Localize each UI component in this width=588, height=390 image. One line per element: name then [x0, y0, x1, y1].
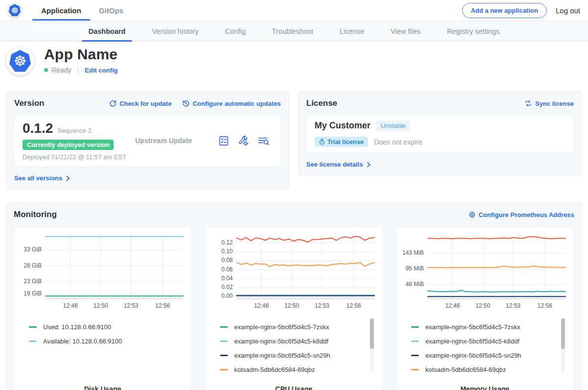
- legend-label: Used: 10.128.0.66:9100: [43, 323, 111, 331]
- legend-item: example-nginx-5bc6f5d4c5-k8ddf: [220, 334, 382, 348]
- tab-view-files[interactable]: View files: [377, 21, 434, 42]
- y-tick-label: 48 MiB: [396, 281, 424, 288]
- x-tick-label: 12:53: [501, 302, 525, 309]
- configure-automatic-updates-link[interactable]: Configure automatic updates: [182, 100, 281, 107]
- tab-version-history[interactable]: Version history: [139, 21, 212, 42]
- legend-swatch: [411, 326, 419, 328]
- tab-config[interactable]: Config: [212, 21, 259, 42]
- legend-label: example-nginx-5bc6f5d4c5-k8ddf: [425, 338, 519, 345]
- memory-usage-plot: 143 MiB95 MiB48 MiB12:4612:5012:5312:56: [396, 233, 573, 315]
- legend-item: example-nginx-5bc6f5d4c5-7zskx: [411, 320, 573, 334]
- legend-item: Available: 10.128.0.66:9100: [29, 334, 191, 348]
- chart-title: Disk Usage: [14, 385, 191, 390]
- active-tab-indicator: [82, 40, 132, 42]
- app-avatar: ☸: [6, 47, 34, 75]
- app-sub-nav: Dashboard Version history Config Trouble…: [0, 21, 588, 41]
- tab-troubleshoot[interactable]: Troubleshoot: [259, 21, 326, 42]
- y-tick-label: 28 GiB: [14, 262, 42, 269]
- legend-swatch: [29, 341, 37, 342]
- kubernetes-logo[interactable]: ☸: [7, 2, 23, 18]
- disk-usage-legend: Used: 10.128.0.66:9100 Available: 10.128…: [14, 320, 191, 348]
- view-diff-icon[interactable]: [257, 135, 270, 146]
- tab-label: Troubleshoot: [272, 27, 313, 35]
- stopwatch-icon: [319, 139, 325, 145]
- see-all-versions-label: See all versions: [14, 174, 62, 182]
- disk-usage-chart-card: 33 GiB28 GiB23 GiB19 GiB12:4612:5012:531…: [14, 226, 192, 390]
- kubernetes-heptagon-icon: ☸: [8, 4, 21, 17]
- legend-label: kotsadm-5db6dc6584-69qbz: [234, 366, 315, 373]
- release-notes-checklist-icon[interactable]: [218, 135, 229, 146]
- configure-automatic-updates-label: Configure automatic updates: [193, 100, 281, 107]
- clock-refresh-icon: [182, 100, 190, 107]
- legend-item: example-nginx-5bc6f5d4c5-sn29h: [220, 348, 382, 363]
- deployed-timestamp: Deployed 01/21/22 @ 11:57 am EST: [23, 153, 133, 161]
- legend-scrollbar[interactable]: [561, 317, 565, 372]
- tab-dashboard[interactable]: Dashboard: [75, 21, 139, 42]
- x-tick-label: 12:53: [119, 302, 143, 309]
- legend-scrollbar[interactable]: [370, 317, 374, 372]
- trial-license-badge: Trial license: [315, 137, 368, 147]
- memory-usage-chart-card: 143 MiB95 MiB48 MiB12:4612:5012:5312:56 …: [396, 226, 574, 390]
- x-tick-label: 12:46: [441, 302, 465, 309]
- check-for-update-link[interactable]: Check for update: [109, 100, 172, 107]
- legend-swatch: [411, 355, 419, 356]
- app-header: ☸ App Name Ready | Edit config: [0, 41, 588, 87]
- active-tab-indicator: [32, 19, 90, 21]
- configure-prometheus-label: Configure Prometheus Address: [479, 211, 574, 219]
- legend-label: example-nginx-5bc6f5d4c5-sn29h: [425, 352, 521, 359]
- x-tick-label: 12:50: [470, 302, 495, 309]
- see-license-details-label: See license details: [306, 161, 363, 168]
- version-number: 0.1.2: [23, 121, 53, 136]
- topnav-item-application[interactable]: Application: [32, 0, 90, 21]
- sync-license-link[interactable]: Sync license: [524, 100, 574, 107]
- legend-swatch: [220, 355, 228, 356]
- version-card-title: Version: [14, 98, 44, 108]
- see-all-versions-link[interactable]: See all versions: [14, 174, 71, 182]
- topnav-item-label: Application: [41, 6, 81, 15]
- preflight-wrench-gear-icon[interactable]: [238, 135, 249, 146]
- tab-license[interactable]: License: [326, 21, 377, 42]
- chevron-right-icon: [366, 162, 371, 168]
- add-application-button[interactable]: Add a new application: [462, 3, 547, 18]
- gear-icon: [468, 211, 476, 219]
- legend-label: Available: 10.128.0.66:9100: [43, 338, 122, 345]
- topnav-right: Add a new application Log out: [462, 3, 580, 18]
- kubernetes-wheel-icon: ☸: [11, 6, 18, 15]
- app-title: App Name: [44, 46, 118, 63]
- x-tick-label: 12:56: [533, 302, 557, 309]
- refresh-icon: [109, 100, 117, 107]
- legend-swatch: [411, 369, 419, 370]
- y-tick-label: 0.04: [205, 275, 233, 282]
- edit-config-link[interactable]: Edit config: [85, 67, 118, 74]
- logout-button[interactable]: Log out: [556, 6, 580, 15]
- see-license-details-link[interactable]: See license details: [306, 161, 371, 168]
- x-tick-label: 12:56: [150, 302, 175, 309]
- legend-scrollbar-thumb[interactable]: [561, 318, 565, 349]
- legend-swatch: [411, 341, 419, 342]
- legend-swatch: [29, 326, 37, 328]
- version-sequence: Sequence 2: [57, 127, 91, 134]
- y-tick-label: 23 GiB: [14, 278, 42, 285]
- cpu-usage-plot: 0.120.100.080.060.040.020.0012:4612:5012…: [205, 233, 382, 315]
- legend-scrollbar-thumb[interactable]: [370, 318, 374, 349]
- legend-label: example-nginx-5bc6f5d4c5-sn29h: [234, 352, 330, 359]
- upstream-update-label: Upstream Update: [133, 137, 218, 145]
- chart-title: Memory Usage: [396, 385, 573, 390]
- kubernetes-heptagon-icon: ☸: [9, 50, 31, 73]
- status-text: Ready: [51, 66, 71, 74]
- deployed-version-badge: Currently deployed version: [23, 140, 114, 150]
- legend-item: kotsadm-5db6dc6584-69qbz: [411, 363, 573, 377]
- top-nav: ☸ Application GitOps Add a new applicati…: [0, 0, 588, 21]
- chart-title: CPU Usage: [205, 385, 382, 390]
- kubernetes-wheel-icon: ☸: [14, 54, 27, 69]
- cpu-usage-legend: example-nginx-5bc6f5d4c5-7zskx example-n…: [205, 320, 382, 377]
- configure-prometheus-link[interactable]: Configure Prometheus Address: [468, 211, 574, 219]
- monitoring-title: Monitoring: [14, 210, 57, 219]
- topnav-item-gitops[interactable]: GitOps: [90, 0, 132, 21]
- sync-license-label: Sync license: [535, 100, 574, 107]
- legend-item: kotsadm-5db6dc6584-69qbz: [220, 363, 382, 377]
- tab-label: Version history: [152, 27, 198, 35]
- tab-label: Registry settings: [447, 27, 499, 35]
- check-for-update-label: Check for update: [120, 100, 172, 107]
- tab-registry-settings[interactable]: Registry settings: [434, 21, 513, 42]
